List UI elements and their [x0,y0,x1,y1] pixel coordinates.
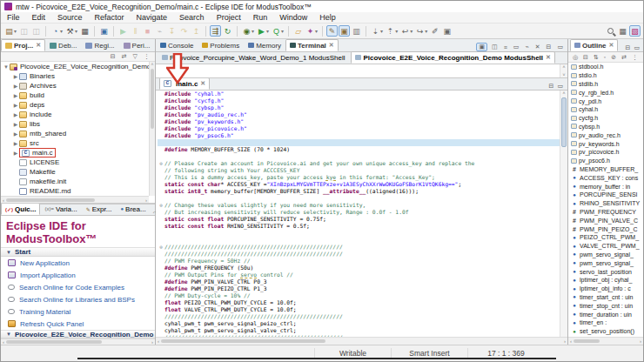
quick-link-training-material[interactable]: Training Material [1,305,155,318]
code-line[interactable]: ////////////////////////////////////////… [158,334,560,337]
code-line[interactable]: ////////////////////////////////////////… [158,313,560,320]
fold-marker-icon[interactable]: ⊕ [158,244,164,251]
code-line[interactable]: static const char* ACCESS_KEY ="XInBzpxL… [158,181,560,188]
tree-item-makefile-init[interactable]: makefile.init [1,177,149,186]
quick-link-import-application[interactable]: Import Application [1,269,155,281]
tab-memory[interactable]: Memory [244,39,285,51]
tree-item-license[interactable]: LICENSE [1,158,149,167]
outline-item-stdlib-h[interactable]: stdlib.h [568,80,643,89]
quick-link-search-online-for-code-examples[interactable]: Search Online for Code Examples [1,281,155,293]
collapse-all-icon[interactable]: ⊟ [109,53,117,60]
outline-item-pwm-frequency[interactable]: #PWM_FREQUENCY [568,208,643,217]
editor-vertical-scrollbar[interactable]: ˄ [560,90,567,337]
code-line[interactable]: static const float RHINO_SENSITIVITY = 0… [158,223,560,230]
code-line[interactable]: #include "pv_audio_rec.h" [158,111,560,118]
menu-edit[interactable]: Edit [26,13,52,22]
step-into-button[interactable]: ↧ [166,25,178,37]
save-all-button[interactable]: ◫ [30,25,42,37]
collapsed-arrow-icon[interactable]: ▶ [12,150,19,156]
code-line[interactable]: #include "cyhal.h" [158,90,560,97]
view-menu-icon[interactable]: ⋮ [142,53,151,60]
instruction-stepping-toggle[interactable]: ⇶ [210,25,221,37]
hide-static-icon[interactable]: ⊘ [609,54,618,61]
code-line[interactable]: static int8_t memory_buffer[MEMORY_BUFFE… [158,188,560,195]
terminal-tab-picovoice-e2e-voice-recognition-demo-modusshell[interactable]: Picovoice_E2E_Voice_Recognition_Demo Mod… [351,51,554,64]
open-perspective-button[interactable]: ▦ [617,25,628,37]
collapsed-arrow-icon[interactable]: ▶ [12,111,19,117]
open-console-button[interactable]: ▣ [98,25,110,37]
hide-fields-icon[interactable]: ◦ [602,54,607,60]
toggle-breadcrumb-button[interactable]: ▥ [351,25,362,37]
refresh-button[interactable]: ↻ [222,25,233,37]
view-tab-deb[interactable]: Deb... [45,39,81,51]
outline-item-pv-keywords-h[interactable]: pv_keywords.h [568,139,643,148]
outline-item-timer-duration-uin[interactable]: ●timer_duration : uin [568,310,643,318]
disconnect-button[interactable]: ⌁ [154,25,165,37]
dropdown-arrow-icon[interactable]: ▾ [75,28,77,34]
tree-item-makefile[interactable]: Makefile [1,167,149,177]
step-return-button[interactable]: ↥ [191,25,202,37]
outline-item-set-servo-position[interactable]: ●set_servo_position() [568,327,643,336]
pin-editor-button[interactable]: ▣ [441,25,453,37]
disconnect-terminal-icon[interactable]: ⌁ [523,44,530,50]
code-line[interactable]: // PWM Output Pins for servo control // [158,272,560,278]
expanded-arrow-icon[interactable]: ▼ [3,64,10,70]
tree-item-binaries[interactable]: ▶Binaries [1,71,149,81]
outline-item-servo-last-position[interactable]: ●servo_last_position [568,267,643,276]
outline-item-pwm-pin-valve-c[interactable]: #PWM_PIN_VALVE_C [568,216,643,225]
start-section-header[interactable]: ▼ Start [1,247,155,257]
terminal-scrollbar[interactable]: ˄˅ [560,64,567,77]
outline-item-timer-en[interactable]: ●timer_en : [568,318,643,327]
menu-refactor[interactable]: Refactor [89,13,131,22]
dropdown-arrow-icon[interactable]: ▾ [380,28,383,34]
show-annotations-toggle[interactable]: ▣ [339,25,350,37]
collapsed-arrow-icon[interactable]: ▶ [12,83,19,89]
minimize-panel-icon[interactable]: ⊟ [545,44,553,50]
tree-vertical-scrollbar[interactable]: ˄ [149,62,155,196]
outline-item-pwm-pin-peizo-c[interactable]: #PWM_PIN_PEIZO_C [568,225,643,233]
tab-problems[interactable]: Problems [198,39,244,51]
outline-item-access-key-cons[interactable]: ●ACCESS_KEY : cons [568,173,643,182]
tab-outline[interactable]: Outline ✕ [570,39,618,51]
fold-marker-icon[interactable]: ⊕ [158,202,164,209]
tree-item-readme-md[interactable]: README.md [1,186,149,196]
minimize-editor-icon[interactable]: ⊟ [547,83,556,90]
maximize-panel-icon[interactable]: ▭ [555,44,565,50]
view-tab-expr[interactable]: ✎Expr... [82,203,117,215]
quick-link-new-application[interactable]: New Application [1,257,155,269]
build-all-button[interactable]: ▦ [79,25,91,37]
outline-item-memory-buffer[interactable]: #MEMORY_BUFFER_ [568,165,643,174]
code-line[interactable]: #define PWM_PIN_PEIZO_CTRL P1_3 [158,285,560,292]
code-line[interactable]: // But increasing sensitivity will reduc… [158,209,560,216]
code-line[interactable]: cyhal_pwm_t pwm_servo_signal_valve_ctrl; [158,327,560,334]
outline-item-cybsp-h[interactable]: cybsp.h [568,123,643,131]
terminal-body[interactable]: ˄˅ [156,64,567,78]
tree-item-libs[interactable]: ▶libs [1,119,149,129]
menu-project[interactable]: Project [211,13,247,22]
tree-horizontal-scrollbar[interactable]: ‹› [1,196,149,203]
code-line[interactable]: #define PWM_PIN_VALVE_CTRL P0_3 [158,278,560,285]
collapsed-arrow-icon[interactable]: ▶ [12,121,19,127]
outline-item-timer-stop-cnt-uin[interactable]: ●timer_stop_cnt : uin [568,301,643,310]
code-line[interactable]: ////////////////////////////////////////… [158,251,560,258]
code-line[interactable]: cyhal_pwm_t pwm_servo_signal_peizo_ctrl; [158,320,560,327]
resume-button[interactable]: ▶ [117,25,129,37]
outline-item-memory-buffer-in[interactable]: ●memory_buffer : in [568,182,643,191]
dropdown-arrow-icon[interactable]: ▾ [252,28,254,34]
collapsed-arrow-icon[interactable]: ▶ [12,102,19,108]
outline-item-cyhal-h[interactable]: cyhal.h [568,105,643,114]
clear-terminal-icon[interactable]: ▭ [512,44,521,50]
outline-item-pwm-servo-signal[interactable]: ●pwm_servo_signal_ [568,251,643,259]
link-with-editor-icon[interactable]: ⇄ [620,54,628,61]
last-edit-location-button[interactable]: ✐ [429,25,440,37]
code-line[interactable]: #define PWM_FREQUENCY (50u) [158,265,560,272]
code-line[interactable]: ⊕// Change these values slightly if you … [158,202,560,209]
fold-marker-icon[interactable]: ⊕ [158,160,164,167]
pin-terminal-icon[interactable]: ▣ [476,43,487,51]
outline-item-timer-start-cnt-uin[interactable]: ●timer_start_cnt : uin [568,293,643,302]
menu-search[interactable]: Search [173,13,211,22]
code-line[interactable]: float VALVE_CTRL_PWM_DUTY_CYCLE = 10.0f; [158,306,560,313]
close-icon[interactable]: ✕ [609,42,614,49]
outline-item-cycfg-h[interactable]: cycfg.h [568,114,643,123]
minimize-outline-icon[interactable]: ⊟ [624,44,633,51]
